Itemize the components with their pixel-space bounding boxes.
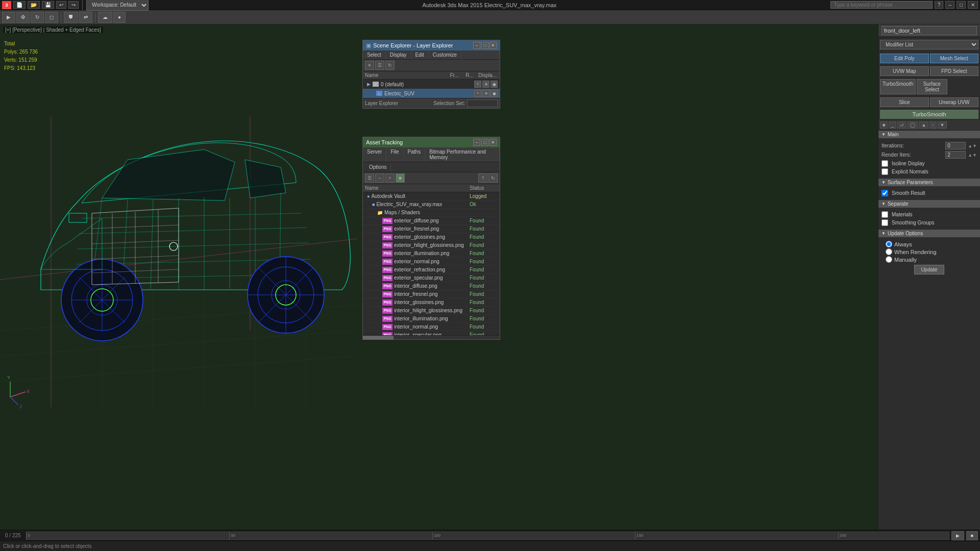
se-menu-display[interactable]: Display xyxy=(386,51,411,59)
layer-render-icon[interactable]: ☀ xyxy=(482,81,489,88)
scale-btn[interactable]: ◻ xyxy=(45,12,58,23)
asset-row[interactable]: 📁 Maps / Shaders xyxy=(363,209,500,217)
se-menu-edit[interactable]: Edit xyxy=(411,51,429,59)
at-menu-server[interactable]: Server xyxy=(363,147,386,162)
snap-btn[interactable]: ⛊ xyxy=(64,12,78,23)
undo-btn[interactable]: ↩ xyxy=(56,1,66,9)
asset-row[interactable]: PNG exterior_glossines.png Found xyxy=(363,233,500,241)
render-iters-input[interactable] xyxy=(945,151,966,159)
smooth-result-checkbox[interactable] xyxy=(881,190,888,196)
rp-icon-4[interactable]: ◯ xyxy=(908,121,918,129)
open-btn[interactable]: 📂 xyxy=(28,1,40,9)
materials-checkbox[interactable] xyxy=(881,211,888,218)
se-menu-customize[interactable]: Customize xyxy=(429,51,461,59)
se-refresh-btn[interactable]: ↻ xyxy=(385,61,395,70)
section-main-header[interactable]: ▼ Main xyxy=(878,131,980,138)
play-btn[interactable]: ▶ xyxy=(951,531,964,540)
asset-row[interactable]: PNG interior_hilight_glossiness.png Foun… xyxy=(363,307,500,315)
always-radio[interactable] xyxy=(886,241,892,247)
asset-row[interactable]: PNG interior_fresnel.png Found xyxy=(363,290,500,298)
iterations-input[interactable] xyxy=(945,142,966,149)
search-input[interactable] xyxy=(830,1,933,9)
timeline-area[interactable]: 0 50 100 150 200 xyxy=(26,532,949,540)
material-btn[interactable]: ● xyxy=(113,12,126,23)
unwrap-uvw2-btn[interactable]: Unwrap UVW xyxy=(930,97,979,107)
rp-icon-3[interactable]: ⥄ xyxy=(897,121,906,129)
rp-icon-7[interactable]: ▼ xyxy=(938,121,947,129)
edit-poly-btn[interactable]: Edit Poly xyxy=(880,54,929,63)
asset-row[interactable]: PNG exterior_hilight_glossiness.png Foun… xyxy=(363,241,500,249)
at-menu-options[interactable]: Options xyxy=(365,163,391,171)
update-btn[interactable]: Update xyxy=(914,265,944,274)
asset-row[interactable]: ● Autodesk Vault Logged xyxy=(363,192,500,201)
at-help-btn[interactable]: ? xyxy=(478,173,487,183)
at-expand-btn[interactable]: + xyxy=(385,173,395,183)
manually-radio[interactable] xyxy=(886,256,892,263)
select-mode-btn[interactable]: ▶ xyxy=(2,12,15,23)
at-scrollbar-thumb[interactable] xyxy=(363,336,394,340)
layer-row[interactable]: ▶ L 0 (default) * ☀ ◉ xyxy=(363,80,500,89)
asset-row[interactable]: PNG exterior_diffuse.png Found xyxy=(363,217,500,225)
layer-freeze-icon[interactable]: * xyxy=(474,90,481,97)
asset-row[interactable]: PNG interior_glossines.png Found xyxy=(363,298,500,307)
render-btn[interactable]: ☁ xyxy=(98,12,112,23)
min-btn[interactable]: – xyxy=(945,1,954,9)
at-refresh2-btn[interactable]: ↻ xyxy=(488,173,498,183)
iter-spinner[interactable]: ▲▼ xyxy=(968,143,977,148)
at-menu-bitmap[interactable]: Bitmap Performance and Memory xyxy=(425,147,500,162)
viewport[interactable]: [+] [Perspective] | Shaded + Edged Faces… xyxy=(0,24,878,530)
layer-render-icon[interactable]: ☀ xyxy=(482,90,489,97)
close-btn[interactable]: ✕ xyxy=(968,1,978,9)
object-name-input[interactable] xyxy=(881,26,977,35)
rp-icon-5[interactable]: ▲ xyxy=(919,121,928,129)
at-restore-btn[interactable]: □ xyxy=(481,139,488,146)
at-min-btn[interactable]: – xyxy=(473,139,480,146)
layer-row[interactable]: L Electric_SUV * ☀ ◉ xyxy=(363,89,500,98)
slice-btn[interactable]: Slice xyxy=(880,97,929,107)
surface-select-btn[interactable]: Surface Select xyxy=(917,79,947,94)
mirror-btn[interactable]: ⇄ xyxy=(79,12,92,23)
max-btn[interactable]: □ xyxy=(957,1,966,9)
asset-row[interactable]: PNG interior_specular.png Found xyxy=(363,331,500,335)
render-iter-spinner[interactable]: ▲▼ xyxy=(968,153,977,158)
se-min-btn[interactable]: – xyxy=(473,42,480,49)
at-list-btn[interactable]: ☰ xyxy=(365,173,374,183)
se-menu-select[interactable]: Select xyxy=(363,51,386,59)
asset-row[interactable]: PNG exterior_fresnel.png Found xyxy=(363,225,500,233)
when-rendering-radio[interactable] xyxy=(886,248,892,255)
save-btn[interactable]: 💾 xyxy=(42,1,54,9)
asset-row[interactable]: PNG exterior_specular.png Found xyxy=(363,274,500,282)
asset-row[interactable]: PNG exterior_refraction.png Found xyxy=(363,266,500,274)
asset-row[interactable]: PNG interior_normal.png Found xyxy=(363,323,500,331)
layer-freeze-icon[interactable]: * xyxy=(474,81,481,88)
stop-btn[interactable]: ■ xyxy=(966,531,978,540)
at-menu-file[interactable]: File xyxy=(386,147,403,162)
layer-display-icon[interactable]: ◉ xyxy=(491,81,498,88)
asset-row[interactable]: ■ Electric_SUV_max_vray.max Ok xyxy=(363,201,500,209)
asset-row[interactable]: PNG interior_diffuse.png Found xyxy=(363,282,500,290)
fpd-select-btn[interactable]: FPD Select xyxy=(930,66,979,76)
se-layer-btn[interactable]: ☰ xyxy=(375,61,384,70)
modifier-list-select[interactable]: Modifier List xyxy=(880,40,978,49)
at-view-btn[interactable]: ■ xyxy=(396,173,405,183)
move-btn[interactable]: ✠ xyxy=(16,12,30,23)
selection-set-input[interactable] xyxy=(467,99,498,107)
rp-icon-1[interactable]: ■ xyxy=(880,121,888,129)
se-close-btn[interactable]: ✕ xyxy=(489,42,497,49)
redo-btn[interactable]: ↪ xyxy=(68,1,79,9)
at-menu-paths[interactable]: Paths xyxy=(404,147,426,162)
section-update-header[interactable]: ▼ Update Options xyxy=(878,230,980,237)
rp-icon-6[interactable]: ▫ xyxy=(929,121,936,129)
section-separate-header[interactable]: ▼ Separate xyxy=(878,200,980,208)
rp-icon-2[interactable]: ⎯ xyxy=(889,121,896,129)
at-collapse-btn[interactable]: − xyxy=(375,173,384,183)
mesh-select-btn[interactable]: Mesh Select xyxy=(930,54,979,63)
asset-row[interactable]: PNG exterior_normal.png Found xyxy=(363,258,500,266)
se-restore-btn[interactable]: □ xyxy=(481,42,488,49)
section-surface-header[interactable]: ▼ Surface Parameters xyxy=(878,179,980,186)
at-titlebar[interactable]: Asset Tracking – □ ✕ xyxy=(363,137,500,147)
scene-explorer-titlebar[interactable]: ▣ Scene Explorer - Layer Explorer – □ ✕ xyxy=(363,40,500,51)
asset-row[interactable]: PNG exterior_illumination.png Found xyxy=(363,249,500,258)
new-btn[interactable]: 📄 xyxy=(13,1,26,9)
layer-display-icon[interactable]: ◉ xyxy=(491,90,498,97)
